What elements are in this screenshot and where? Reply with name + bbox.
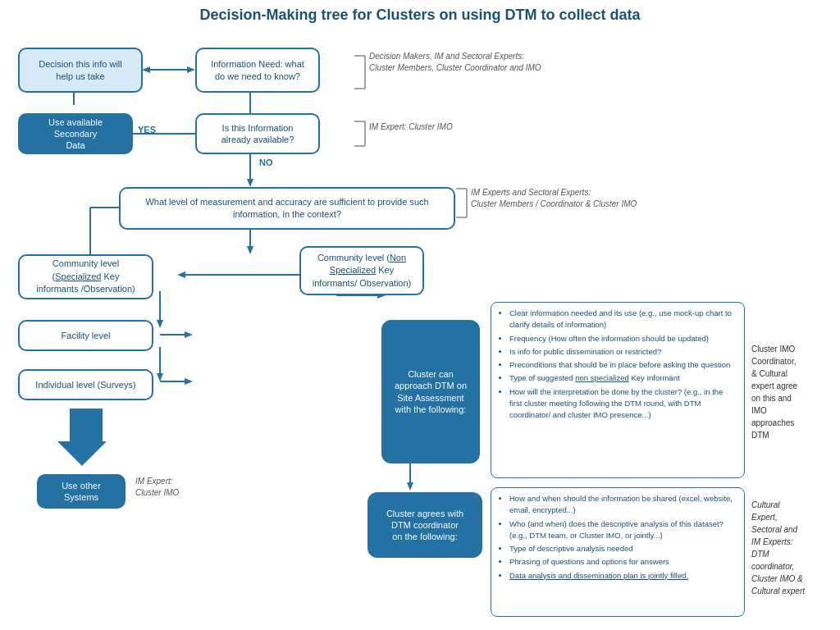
community-specialized-box: Community level(Specialized Keyinformant… bbox=[18, 254, 153, 299]
svg-marker-21 bbox=[247, 246, 253, 254]
facility-level-box: Facility level bbox=[18, 320, 153, 351]
bullet-approach-1: Clear information needed and its use (e.… bbox=[509, 308, 737, 331]
im-experts-sectoral-label: IM Experts and Sectoral Experts: Cluster… bbox=[471, 187, 651, 210]
measurement-level-box: What level of measurement and accuracy a… bbox=[119, 187, 455, 230]
im-expert-label: IM Expert: Cluster IMO bbox=[369, 121, 533, 133]
main-title: Decision-Making tree for Clusters on usi… bbox=[7, 7, 833, 24]
secondary-data-box: Use available Secondary Data bbox=[18, 113, 133, 154]
bullet-agrees-3: Type of descriptive analysis needed bbox=[509, 543, 737, 555]
cluster-agrees-box: Cluster agrees with DTM coordinator on t… bbox=[368, 492, 482, 558]
svg-marker-1 bbox=[187, 66, 195, 73]
bullet-approach-4: Preconditions that should be in place be… bbox=[509, 359, 737, 371]
decision-makers-label: Decision Makers, IM and Sectoral Experts… bbox=[369, 51, 550, 74]
individual-level-box: Individual level (Surveys) bbox=[18, 369, 153, 400]
bullet-agrees-5: Data analysis and dissemination plan is … bbox=[509, 570, 737, 582]
decision-info-box: Decision this info will help us take bbox=[18, 48, 143, 93]
bullets-approach-box: Clear information needed and its use (e.… bbox=[491, 302, 745, 478]
bullet-approach-5: Type of suggested non specialized Key In… bbox=[509, 372, 737, 384]
cluster-approach-box: Cluster can approach DTM on Site Assessm… bbox=[381, 320, 480, 463]
svg-marker-36 bbox=[407, 482, 413, 491]
bullets-agrees-box: How and when should the information be s… bbox=[491, 487, 745, 617]
yes-label: YES bbox=[138, 125, 156, 135]
svg-marker-38 bbox=[177, 272, 185, 278]
bullet-agrees-1: How and when should the information be s… bbox=[509, 493, 737, 517]
bullet-approach-3: Is info for public dissemination or rest… bbox=[509, 346, 737, 358]
svg-marker-30 bbox=[185, 331, 193, 338]
svg-marker-34 bbox=[185, 378, 193, 385]
bullet-agrees-4: Phrasing of questions and options for an… bbox=[509, 556, 737, 568]
svg-marker-32 bbox=[157, 373, 163, 381]
svg-marker-2 bbox=[142, 66, 150, 73]
bullet-agrees-2: Who (and when) does the descriptive anal… bbox=[509, 518, 737, 542]
use-other-systems-box: Use other Systems bbox=[37, 474, 126, 509]
no-label: NO bbox=[259, 158, 273, 167]
is-available-box: Is this Information already available? bbox=[195, 113, 320, 154]
community-non-specialized-box: Community level (NonSpecialized Keyinfor… bbox=[299, 246, 424, 295]
info-need-box: Information Need: what do we need to kno… bbox=[195, 48, 320, 93]
bullet-approach-2: Frequency (How often the information sho… bbox=[509, 333, 737, 345]
svg-marker-28 bbox=[157, 320, 163, 328]
cluster-imo-note: Cluster IMO Coordinator, & Cultural expe… bbox=[751, 343, 838, 441]
im-expert-bottom-label: IM Expert: Cluster IMO bbox=[135, 476, 217, 499]
bullet-approach-6: How will the interpretation be done by t… bbox=[509, 386, 737, 422]
svg-marker-10 bbox=[247, 179, 253, 187]
cultural-expert-note: Cultural Expert, Sectoral and IM Experts… bbox=[751, 499, 838, 597]
